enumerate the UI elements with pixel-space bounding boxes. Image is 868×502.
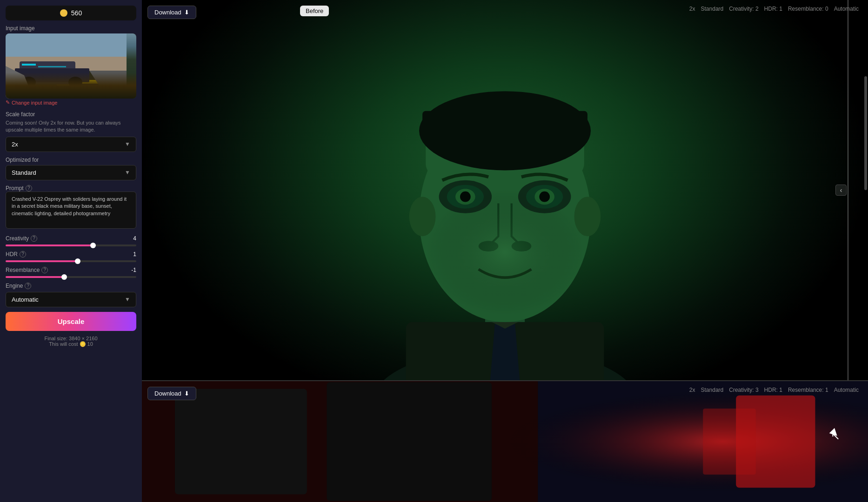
optimized-for-select[interactable]: Standard ▼ bbox=[6, 165, 136, 180]
change-input-image-button[interactable]: Change input image bbox=[6, 99, 57, 106]
creativity-info-icon[interactable]: ? bbox=[31, 235, 37, 242]
coin-icon bbox=[60, 9, 67, 17]
left-panel: 560 Input image bbox=[0, 0, 142, 502]
creativity-slider[interactable] bbox=[6, 244, 136, 246]
scrollbar[interactable] bbox=[864, 76, 867, 190]
resemblance-info-icon[interactable]: ? bbox=[41, 267, 48, 273]
top-download-icon: ⬇ bbox=[184, 9, 189, 16]
character-svg bbox=[142, 0, 868, 380]
top-image-info: 2x Standard Creativity: 2 HDR: 1 Resembl… bbox=[689, 6, 859, 12]
bottom-info-scale: 2x bbox=[689, 387, 695, 393]
svg-rect-47 bbox=[703, 409, 756, 475]
creativity-section: Creativity ? 4 bbox=[6, 235, 136, 246]
nav-arrow-left[interactable]: ‹ bbox=[835, 185, 847, 196]
resemblance-label: Resemblance bbox=[6, 267, 40, 273]
top-info-optimized: Standard bbox=[701, 6, 724, 12]
top-info-scale: 2x bbox=[689, 6, 695, 12]
scale-factor-section: Scale factor Coming soon! Only 2x for no… bbox=[6, 111, 136, 152]
input-image-section: Input image bbox=[6, 25, 136, 106]
input-image-bg bbox=[6, 33, 136, 99]
creativity-label-row: Creativity ? bbox=[6, 235, 37, 242]
top-download-label: Download bbox=[154, 9, 181, 16]
optimized-for-chevron: ▼ bbox=[125, 169, 130, 176]
svg-point-9 bbox=[22, 77, 36, 88]
bottom-download-icon: ⬇ bbox=[184, 390, 189, 397]
scale-factor-note: Coming soon! Only 2x for now. But you ca… bbox=[6, 119, 136, 134]
top-info-creativity: Creativity: 2 bbox=[729, 6, 758, 12]
creativity-header: Creativity ? 4 bbox=[6, 235, 136, 242]
engine-select[interactable]: Automatic ▼ bbox=[6, 292, 136, 307]
bottom-image-panel: Download ⬇ 2x Standard Creativity: 3 HDR… bbox=[142, 381, 868, 502]
bottom-image-svg bbox=[142, 381, 868, 502]
hdr-section: HDR ? 1 bbox=[6, 251, 136, 262]
creativity-label: Creativity bbox=[6, 235, 29, 242]
optimized-for-section: Optimized for Standard ▼ bbox=[6, 157, 136, 180]
prompt-label-text: Prompt bbox=[6, 185, 24, 192]
hdr-label: HDR bbox=[6, 251, 18, 258]
bottom-info-engine: Automatic bbox=[834, 387, 859, 393]
resemblance-thumb bbox=[61, 274, 67, 280]
cursor: ↖ bbox=[831, 429, 840, 439]
svg-rect-48 bbox=[175, 389, 307, 494]
optimized-for-label: Optimized for bbox=[6, 157, 136, 163]
final-size-section: Final size: 3840 × 2160 This will cost 🪙… bbox=[6, 336, 136, 347]
prompt-textarea[interactable]: Crashed V-22 Osprey with soliders laying… bbox=[6, 192, 136, 229]
top-download-button[interactable]: Download ⬇ bbox=[147, 6, 196, 19]
hdr-slider[interactable] bbox=[6, 260, 136, 262]
resemblance-header: Resemblance ? -1 bbox=[6, 267, 136, 273]
creativity-fill bbox=[6, 244, 93, 246]
engine-label-row: Engine ? bbox=[6, 283, 136, 289]
svg-rect-1 bbox=[6, 71, 127, 99]
engine-section: Engine ? Automatic ▼ bbox=[6, 283, 136, 307]
divider-line bbox=[848, 0, 848, 380]
before-badge: Before bbox=[300, 6, 329, 16]
hdr-label-row: HDR ? bbox=[6, 251, 26, 258]
scale-factor-select[interactable]: 2x ▼ bbox=[6, 137, 136, 152]
hdr-thumb bbox=[75, 258, 80, 264]
before-label: Before bbox=[306, 7, 323, 14]
svg-marker-13 bbox=[89, 71, 127, 99]
resemblance-slider[interactable] bbox=[6, 276, 136, 278]
bottom-info-optimized: Standard bbox=[701, 387, 724, 393]
svg-rect-35 bbox=[422, 111, 588, 138]
resemblance-fill bbox=[6, 276, 64, 278]
creativity-thumb bbox=[90, 243, 96, 248]
engine-info-icon[interactable]: ? bbox=[25, 283, 31, 289]
top-info-resemblance: Resemblance: 0 bbox=[788, 6, 828, 12]
resemblance-value: -1 bbox=[131, 267, 136, 273]
input-image-label: Input image bbox=[6, 25, 136, 32]
bottom-download-button[interactable]: Download ⬇ bbox=[147, 387, 196, 400]
scale-factor-value: 2x bbox=[12, 141, 18, 148]
svg-rect-4 bbox=[33, 80, 52, 84]
credits-amount: 560 bbox=[71, 9, 82, 17]
bottom-info-resemblance: Resemblance: 1 bbox=[788, 387, 828, 393]
hdr-header: HDR ? 1 bbox=[6, 251, 136, 258]
input-image-svg bbox=[6, 33, 127, 99]
top-info-hdr: HDR: 1 bbox=[764, 6, 782, 12]
prompt-label-row: Prompt ? bbox=[6, 185, 136, 192]
cost-note: This will cost 🪙 10 bbox=[6, 341, 136, 347]
bottom-info-creativity: Creativity: 3 bbox=[729, 387, 758, 393]
svg-point-38 bbox=[406, 157, 604, 316]
final-size-text: Final size: 3840 × 2160 bbox=[6, 336, 136, 341]
hdr-info-icon[interactable]: ? bbox=[20, 251, 26, 258]
upscale-button[interactable]: Upscale bbox=[6, 312, 136, 331]
top-image-panel: Download ⬇ Before 2x Standard Creativity… bbox=[142, 0, 868, 381]
main-area: Download ⬇ Before 2x Standard Creativity… bbox=[142, 0, 868, 502]
top-image-bg: Download ⬇ Before 2x Standard Creativity… bbox=[142, 0, 868, 380]
engine-value: Automatic bbox=[12, 296, 39, 303]
prompt-info-icon[interactable]: ? bbox=[26, 185, 32, 192]
svg-rect-12 bbox=[38, 66, 66, 67]
optimized-for-value: Standard bbox=[12, 169, 36, 176]
engine-label: Engine bbox=[6, 283, 23, 289]
svg-rect-8 bbox=[15, 68, 89, 82]
hdr-fill bbox=[6, 260, 78, 262]
engine-chevron: ▼ bbox=[125, 296, 130, 303]
credits-bar: 560 bbox=[6, 6, 136, 20]
svg-rect-5 bbox=[57, 84, 75, 87]
bottom-image-bg: Download ⬇ 2x Standard Creativity: 3 HDR… bbox=[142, 381, 868, 502]
creativity-value: 4 bbox=[133, 235, 136, 242]
resemblance-label-row: Resemblance ? bbox=[6, 267, 48, 273]
input-image-preview[interactable] bbox=[6, 33, 136, 99]
prompt-section: Prompt ? Crashed V-22 Osprey with solide… bbox=[6, 185, 136, 231]
